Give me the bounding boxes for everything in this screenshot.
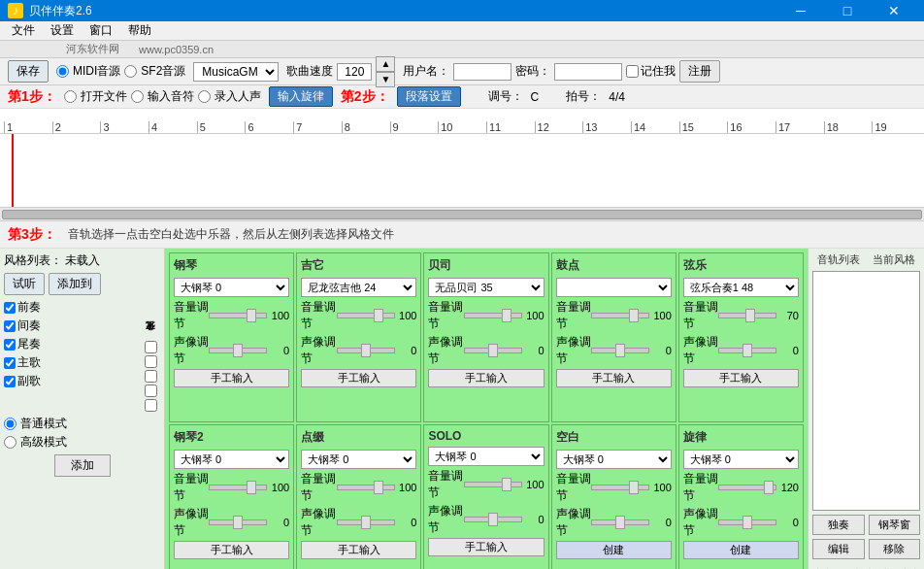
strings-manual-button[interactable]: 手工输入: [683, 369, 799, 387]
prelude-checkbox[interactable]: [4, 302, 16, 314]
midi-source-radio[interactable]: [56, 65, 69, 78]
verse-checkbox[interactable]: [4, 357, 16, 369]
piano-select[interactable]: 大钢琴 0: [174, 278, 289, 297]
piano-manual-button[interactable]: 手工输入: [174, 369, 289, 387]
menu-settings[interactable]: 设置: [43, 20, 82, 41]
advanced-mode-radio[interactable]: [4, 436, 16, 449]
blank-volume-slider[interactable]: [591, 485, 649, 490]
input-melody-button[interactable]: 输入旋律: [269, 86, 333, 107]
piano-volume-row: 音量调节 100: [174, 299, 289, 332]
strings-select[interactable]: 弦乐合奏1 48: [683, 278, 799, 297]
ornament-select[interactable]: 大钢琴 0: [301, 450, 416, 469]
guitar-manual-button[interactable]: 手工输入: [301, 369, 416, 387]
piano-volume-slider[interactable]: [209, 313, 267, 318]
ornament-manual-button[interactable]: 手工输入: [301, 541, 416, 559]
normal-mode-row: 普通模式: [4, 416, 160, 432]
bass-select[interactable]: 无品贝司 35: [428, 278, 544, 297]
chorus-checkbox[interactable]: [4, 376, 16, 387]
var-outro-checkbox[interactable]: [145, 370, 157, 383]
drums-pan-slider[interactable]: [591, 348, 649, 353]
interlude-checkbox[interactable]: [4, 320, 16, 332]
edit-button[interactable]: 编辑: [812, 539, 865, 559]
timeline: 1 2 3 4 5 6 7 8 9 10 11 12 13 14 15 16 1…: [0, 109, 924, 134]
timeline-num-13: 13: [582, 121, 631, 133]
speed-up-button[interactable]: ▲: [376, 56, 395, 72]
drums-volume-slider[interactable]: [591, 313, 649, 318]
blank-pan-slider[interactable]: [591, 519, 649, 525]
instrument-solo: SOLO 大钢琴 0 音量调节 100 声像调节 0 手工输入: [423, 424, 548, 569]
drums-manual-button[interactable]: 手工输入: [556, 369, 672, 387]
solo-pan-slider[interactable]: [464, 517, 522, 522]
melody-title: 旋律: [683, 429, 799, 446]
sf2-source-radio[interactable]: [124, 65, 137, 78]
solo-manual-button[interactable]: 手工输入: [428, 538, 544, 556]
ornament-pan-slider[interactable]: [337, 519, 395, 525]
timeline-num-8: 8: [342, 121, 390, 133]
piano2-pan-row: 声像调节 0: [174, 506, 289, 539]
try-listen-button[interactable]: 试听: [4, 273, 45, 295]
password-label: 密码：: [515, 63, 550, 80]
var-verse-checkbox[interactable]: [145, 385, 157, 397]
melody-pan-slider[interactable]: [718, 519, 776, 525]
password-input[interactable]: [554, 63, 622, 81]
register-button[interactable]: 注册: [679, 60, 720, 83]
horizontal-scrollbar[interactable]: [0, 207, 924, 220]
melody-create-button[interactable]: 创建: [683, 541, 799, 559]
section-settings-button[interactable]: 段落设置: [397, 86, 461, 107]
scrollbar-thumb[interactable]: [2, 210, 922, 219]
guitar-volume-slider[interactable]: [337, 313, 395, 318]
outro-checkbox[interactable]: [4, 339, 16, 351]
piano-roll[interactable]: [0, 134, 924, 221]
piano2-manual-button[interactable]: 手工输入: [174, 541, 289, 559]
piano-title: 钢琴: [174, 257, 289, 274]
username-input[interactable]: [453, 63, 512, 81]
guitar-pan-slider[interactable]: [337, 348, 395, 353]
blank-create-button[interactable]: 创建: [556, 541, 672, 559]
strings-volume-slider[interactable]: [718, 313, 776, 318]
solo-select[interactable]: 大钢琴 0: [428, 447, 544, 466]
piano2-pan-slider[interactable]: [209, 519, 267, 525]
track-list-label: 音轨列表: [812, 252, 865, 267]
close-button[interactable]: ✕: [872, 0, 916, 21]
strings-pan-slider[interactable]: [718, 348, 776, 353]
track-list[interactable]: [812, 271, 920, 511]
add-to-button[interactable]: 添加到: [49, 273, 101, 295]
guitar-select[interactable]: 尼龙弦吉他 24: [301, 278, 416, 297]
piano-pan-slider[interactable]: [209, 348, 267, 353]
piano2-volume-slider[interactable]: [209, 485, 267, 490]
speed-down-button[interactable]: ▼: [376, 72, 395, 87]
solo-volume-slider[interactable]: [464, 482, 522, 487]
open-file-radio[interactable]: [64, 90, 77, 103]
chorus-row: 副歌: [4, 373, 137, 389]
melody-select[interactable]: 大钢琴 0: [683, 450, 799, 469]
input-note-radio[interactable]: [131, 90, 144, 103]
var-chorus-checkbox[interactable]: [145, 399, 157, 412]
add-button[interactable]: 添加: [54, 454, 111, 477]
maximize-button[interactable]: □: [825, 0, 870, 21]
menu-window[interactable]: 窗口: [82, 20, 120, 41]
bass-volume-slider[interactable]: [464, 313, 522, 318]
menu-file[interactable]: 文件: [4, 20, 43, 41]
piano2-select[interactable]: 大钢琴 0: [174, 450, 289, 469]
timeline-num-6: 6: [245, 121, 293, 133]
var-interlude-checkbox[interactable]: [145, 355, 157, 368]
drums-select[interactable]: [556, 278, 672, 297]
menu-help[interactable]: 帮助: [120, 20, 159, 41]
record-voice-radio[interactable]: [198, 90, 211, 103]
piano-window-button[interactable]: 钢琴窗: [869, 515, 921, 535]
bass-manual-button[interactable]: 手工输入: [428, 369, 544, 387]
bass-pan-slider[interactable]: [464, 348, 522, 353]
speed-input[interactable]: [337, 63, 372, 81]
var-prelude-checkbox[interactable]: [145, 341, 157, 353]
solo-button[interactable]: 独奏: [812, 515, 865, 535]
soundfont-select[interactable]: MusicaGM: [193, 62, 279, 82]
minimize-button[interactable]: ─: [778, 0, 823, 21]
normal-mode-radio[interactable]: [4, 418, 16, 430]
melody-volume-slider[interactable]: [718, 485, 776, 490]
ornament-volume-slider[interactable]: [337, 485, 395, 490]
remember-me-checkbox[interactable]: [626, 65, 639, 78]
save-button[interactable]: 保存: [8, 60, 49, 83]
remove-button[interactable]: 移除: [869, 539, 921, 559]
blank-select[interactable]: 大钢琴 0: [556, 450, 672, 469]
drums-title: 鼓点: [556, 257, 672, 274]
